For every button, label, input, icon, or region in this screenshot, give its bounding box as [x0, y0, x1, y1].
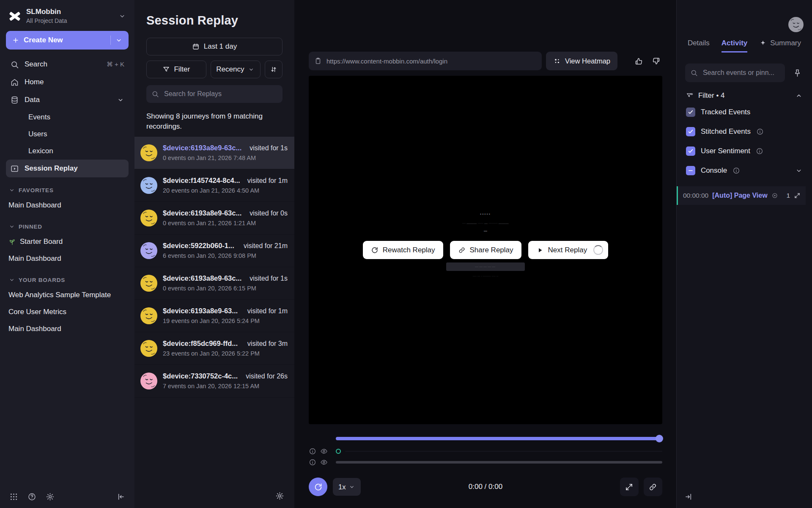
collapse-panel-button[interactable]	[684, 492, 693, 501]
chevron-down-icon	[795, 167, 803, 174]
event-search	[685, 64, 785, 82]
session-replay-label: Session Replay	[25, 164, 124, 173]
panel-tabs: Details Activity Summary	[677, 39, 812, 52]
view-heatmap-label: View Heatmap	[565, 57, 610, 65]
filter-option-tracked-events[interactable]: Tracked Events	[677, 102, 812, 122]
rewatch-replay-button[interactable]: Rewatch Replay	[363, 241, 443, 259]
gear-icon	[275, 491, 284, 500]
replay-restart-button[interactable]	[309, 478, 327, 496]
sidebar-item-data[interactable]: Data	[6, 91, 129, 109]
activity-lane-visibility-button[interactable]	[320, 458, 328, 466]
filter-option-stitched-events[interactable]: Stitched Events	[677, 122, 812, 141]
playback-timeline[interactable]	[336, 435, 661, 442]
activity-event-row[interactable]: 00:00:00 [Auto] Page View 1	[677, 186, 806, 205]
sidebar-item-main-dashboard[interactable]: Main Dashboard	[6, 250, 129, 267]
info-icon[interactable]	[756, 147, 763, 155]
filter-toggle[interactable]: Filter • 4	[686, 91, 803, 100]
sidebar-item-main-dashboard[interactable]: Main Dashboard	[6, 320, 129, 337]
event-count: 1	[786, 192, 790, 199]
info-icon[interactable]	[756, 128, 764, 135]
timeline-progress-bar[interactable]	[336, 437, 661, 440]
replay-url: https://www.content-mobbin.com/auth/logi…	[326, 58, 447, 65]
filter-button[interactable]: Filter	[146, 61, 206, 78]
sidebar-item-core-user-metrics[interactable]: Core User Metrics	[6, 304, 129, 320]
copy-url-button[interactable]	[314, 57, 322, 65]
replay-meta: 20 events on Jan 21, 2026 4:50 AM	[163, 187, 288, 194]
replay-meta: 0 events on Jan 21, 2026 1:21 AM	[163, 220, 288, 226]
sidebar-item-home[interactable]: Home	[6, 73, 129, 91]
tab-details[interactable]: Details	[688, 39, 710, 52]
thumbs-up-button[interactable]	[634, 57, 643, 66]
timeline-scrubber[interactable]	[656, 435, 663, 442]
expand-icon[interactable]	[794, 192, 801, 199]
section-favorites[interactable]: FAVORITES	[8, 187, 126, 193]
avatar	[140, 307, 157, 324]
replay-search-input[interactable]	[163, 90, 277, 98]
sort-label: Recency	[216, 65, 244, 74]
replay-id: $device:5922b060-1...	[163, 242, 234, 250]
pin-button[interactable]	[789, 64, 805, 81]
sidebar-item-session-replay[interactable]: Session Replay	[6, 160, 129, 177]
next-replay-button[interactable]: Next Replay	[528, 241, 609, 259]
view-heatmap-button[interactable]: View Heatmap	[546, 52, 617, 70]
section-your-boards[interactable]: YOUR BOARDS	[8, 276, 126, 283]
fullscreen-button[interactable]	[620, 478, 639, 496]
replay-search	[146, 85, 283, 103]
replay-list-item[interactable]: $device:6193a8e9-63...visited for 1m19 e…	[134, 300, 294, 332]
replay-list-item[interactable]: $device:6193a8e9-63c...visited for 0s0 e…	[134, 202, 294, 235]
player-toolbar: https://www.content-mobbin.com/auth/logi…	[309, 52, 662, 70]
playback-speed-button[interactable]: 1x	[333, 478, 361, 496]
sidebar-item-main-dashboard[interactable]: Main Dashboard	[6, 197, 129, 214]
visit-duration: visited for 26s	[246, 373, 288, 380]
sidebar-item-web-analytics-template[interactable]: Web Analytics Sample Template	[6, 287, 129, 304]
thumbs-down-button[interactable]	[652, 57, 661, 66]
events-lane-info-button[interactable]	[309, 447, 316, 455]
sidebar-item-starter-board[interactable]: Starter Board	[6, 233, 129, 250]
replay-settings-button[interactable]	[275, 491, 284, 500]
playback-time: 0:00 / 0:00	[309, 483, 662, 491]
activity-lane-info-button[interactable]	[309, 458, 316, 466]
pin-icon	[793, 69, 802, 77]
sort-direction-button[interactable]	[265, 61, 283, 78]
settings-button[interactable]	[46, 492, 55, 501]
avatar	[140, 210, 157, 226]
chevron-down-icon	[8, 187, 15, 193]
home-icon	[10, 78, 19, 87]
date-range-button[interactable]: Last 1 day	[146, 38, 283, 55]
filter-option-console[interactable]: Console	[677, 161, 812, 180]
event-search-input[interactable]	[702, 69, 780, 77]
section-pinned[interactable]: PINNED	[8, 223, 126, 230]
sidebar-item-lexicon[interactable]: Lexicon	[6, 143, 129, 160]
tab-activity[interactable]: Activity	[721, 39, 747, 52]
workspace-switcher[interactable]: SLMobbin All Project Data	[6, 7, 129, 31]
sort-order-dropdown[interactable]: Recency	[211, 61, 261, 78]
replay-list-item[interactable]: $device:7330752c-4c...visited for 26s7 e…	[134, 365, 294, 398]
section-title: PINNED	[19, 224, 42, 230]
create-new-button[interactable]: Create New	[6, 31, 129, 50]
replay-list-item[interactable]: $device:5922b060-1...visited for 21m6 ev…	[134, 235, 294, 267]
seedling-icon	[8, 238, 16, 246]
sidebar-item-users[interactable]: Users	[6, 126, 129, 143]
replay-meta: 19 events on Jan 20, 2026 5:24 PM	[163, 318, 288, 324]
data-label: Data	[25, 96, 111, 104]
replay-list-item[interactable]: $device:f1457424-8c4...visited for 1m20 …	[134, 169, 294, 202]
share-replay-button[interactable]: Share Replay	[450, 241, 521, 259]
filter-option-user-sentiment[interactable]: User Sentiment	[677, 141, 812, 161]
copy-link-button[interactable]	[644, 478, 662, 496]
help-button[interactable]	[27, 492, 36, 501]
heatmap-icon	[553, 57, 561, 65]
apps-grid-button[interactable]	[9, 492, 18, 501]
page-title: Session Replay	[146, 14, 283, 28]
replay-list-item[interactable]: $device:f85dc969-ffd...visited for 3m23 …	[134, 332, 294, 365]
sidebar-item-events[interactable]: Events	[6, 109, 129, 126]
sidebar-item-search[interactable]: Search ⌘ + K	[6, 55, 129, 73]
info-icon[interactable]	[732, 167, 740, 174]
user-avatar[interactable]	[788, 17, 804, 32]
replay-list-footer	[134, 487, 294, 508]
replay-list-item[interactable]: $device:6193a8e9-63c...visited for 1s0 e…	[134, 137, 294, 169]
clipboard-icon	[314, 57, 322, 65]
events-lane-visibility-button[interactable]	[320, 447, 328, 455]
tab-summary[interactable]: Summary	[759, 39, 801, 52]
replay-list-item[interactable]: $device:6193a8e9-63c...visited for 1s0 e…	[134, 267, 294, 300]
collapse-sidebar-button[interactable]	[116, 492, 125, 501]
